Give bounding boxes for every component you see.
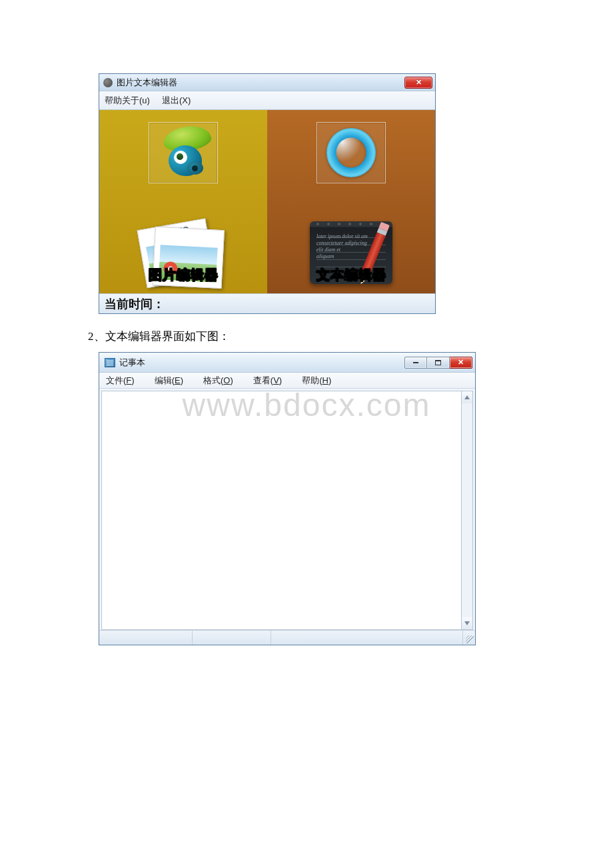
minimize-button[interactable]	[404, 357, 427, 369]
text-editor-caption: 文本编辑器	[316, 266, 386, 284]
character-icon-frame[interactable]	[149, 122, 218, 183]
window-controls: ✕	[404, 357, 472, 369]
chevron-up-icon	[464, 395, 470, 399]
editor-body	[99, 389, 475, 630]
close-button[interactable]: ✕	[450, 357, 472, 369]
titlebar[interactable]: 图片文本编辑器 ✕	[99, 74, 435, 91]
blue-ring-icon	[326, 128, 376, 177]
statusbar	[99, 630, 475, 645]
maximize-button[interactable]	[427, 357, 450, 369]
menu-format[interactable]: 格式(O)	[203, 375, 233, 387]
scroll-down-button[interactable]	[462, 617, 472, 629]
maximize-icon	[435, 360, 441, 365]
menu-help-about[interactable]: 帮助关于(u)	[105, 95, 150, 107]
close-icon: ✕	[416, 78, 422, 87]
section-caption: 2、文本编辑器界面如下图：	[88, 329, 613, 344]
close-icon: ✕	[458, 359, 464, 366]
image-editor-caption: 图片编辑器	[149, 266, 219, 284]
text-area[interactable]	[101, 391, 461, 630]
status-cell-3	[271, 631, 463, 645]
status-cell-2	[193, 631, 271, 645]
text-editor-tile[interactable]: later ipsum dolor sit amconsectetuer adi…	[306, 216, 396, 284]
notepad-app-icon	[105, 358, 115, 367]
menu-file[interactable]: 文件(F)	[106, 375, 135, 387]
close-button[interactable]: ✕	[404, 77, 432, 89]
notepad-window: 记事本 ✕ 文件(F) 编辑(E) 格式(O) 查看(V) 帮助(H)	[99, 352, 476, 645]
content-area: PHOTO 图片编辑器	[99, 110, 435, 293]
minimize-icon	[413, 362, 418, 363]
statusbar: 当前时间：	[99, 293, 435, 313]
window-title: 记事本	[119, 357, 145, 369]
image-text-editor-window: 图片文本编辑器 ✕ 帮助关于(u) 退出(X)	[99, 73, 436, 314]
ring-icon-frame[interactable]	[316, 122, 386, 183]
chevron-down-icon	[464, 621, 470, 625]
scroll-up-button[interactable]	[462, 391, 472, 403]
resize-grip[interactable]	[463, 631, 475, 645]
menu-view[interactable]: 查看(V)	[253, 375, 282, 387]
app-icon	[103, 78, 113, 87]
titlebar[interactable]: 记事本 ✕	[99, 353, 475, 373]
panel-text-editor: later ipsum dolor sit amconsectetuer adi…	[267, 110, 435, 293]
status-cell-1	[99, 631, 193, 645]
current-time-label: 当前时间：	[105, 296, 165, 312]
menu-edit[interactable]: 编辑(E)	[155, 375, 183, 387]
green-hat-character-icon	[157, 129, 210, 176]
window-title: 图片文本编辑器	[117, 77, 177, 89]
menubar: 帮助关于(u) 退出(X)	[99, 91, 435, 110]
menu-exit[interactable]: 退出(X)	[162, 95, 191, 107]
menu-help[interactable]: 帮助(H)	[302, 375, 331, 387]
panel-image-editor: PHOTO 图片编辑器	[99, 110, 267, 293]
vertical-scrollbar[interactable]	[461, 391, 473, 630]
image-editor-tile[interactable]: PHOTO 图片编辑器	[138, 216, 229, 284]
menubar: 文件(F) 编辑(E) 格式(O) 查看(V) 帮助(H)	[99, 373, 475, 389]
